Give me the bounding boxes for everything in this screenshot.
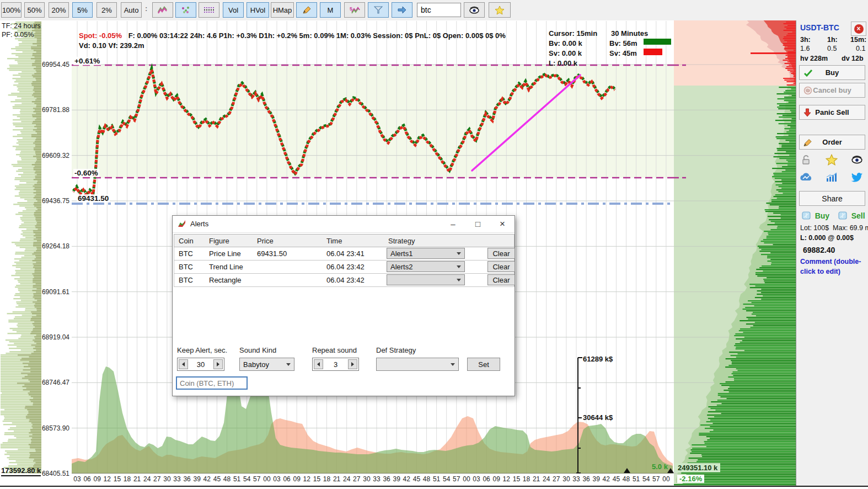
sound-kind-select[interactable]: Babytoy (239, 358, 294, 371)
alert-coin: BTC (179, 249, 193, 258)
line-chart-icon-button[interactable] (152, 2, 173, 18)
zoom-5-button[interactable]: 5% (72, 2, 93, 18)
status-line-2: Vd: 0.10 Vf: 239.2m (79, 41, 144, 50)
favorite-toggle[interactable] (825, 153, 838, 166)
repeat-sound-value[interactable]: 3 (324, 358, 347, 370)
time-axis-label: 21 (333, 475, 340, 483)
left-arrow-icon (317, 362, 320, 366)
profile-factor-label: PF: 0.05% (2, 31, 34, 39)
time-axis-label: 09 (493, 475, 500, 483)
time-axis-label: 30 (363, 475, 370, 483)
dotted-lines-icon-button[interactable] (199, 2, 219, 18)
hmap-button[interactable]: HMap (271, 2, 294, 18)
alert-coin: BTC (179, 276, 193, 284)
favorites-button[interactable] (489, 2, 511, 18)
def-strategy-select[interactable] (376, 358, 459, 371)
close-button[interactable]: × (490, 216, 515, 232)
alerts-table-header: Coin Figure Price Time Strategy (174, 234, 515, 247)
time-axis-label: 48 (223, 475, 231, 483)
alerts-dialog-titlebar[interactable]: Alerts – □ × (173, 216, 515, 233)
zoom-auto-button[interactable]: Auto (121, 2, 142, 18)
alert-strategy-select[interactable] (387, 274, 465, 285)
coin-filter-input[interactable] (176, 376, 248, 390)
price-axis-label: 69091.61 (42, 288, 69, 296)
symbol-search-input[interactable] (417, 3, 461, 17)
col-coin: Coin (179, 237, 194, 245)
watch-toggle[interactable] (850, 153, 864, 166)
chevron-down-icon (457, 265, 461, 268)
time-axis: 0306091215182124273033363942454851545700… (72, 474, 674, 486)
bar-chart-icon (826, 172, 838, 182)
order-button[interactable]: Order (799, 135, 865, 150)
cancel-buy-button[interactable]: Cancel buy (799, 83, 865, 98)
freeze-sell-button[interactable]: Sell (838, 211, 865, 220)
time-axis-label: 15 (513, 475, 520, 483)
alerts-dialog[interactable]: Alerts – □ × Coin Figure Price Time Stra… (172, 215, 515, 396)
zigzag-icon (158, 6, 168, 14)
vol-button[interactable]: Vol (223, 2, 244, 18)
alert-clear-button[interactable]: Clear (487, 274, 515, 285)
alert-table-row[interactable]: BTCTrend Line06.04 23:42Alerts2Clear (174, 261, 515, 274)
stats-chart-button[interactable] (825, 171, 838, 184)
time-axis-label: 57 (453, 475, 460, 483)
spinner-increment-button[interactable] (348, 359, 357, 369)
col-price: Price (257, 237, 274, 245)
time-axis-label: 21 (533, 475, 540, 483)
indicator-5-icon-button[interactable]: 5 (344, 2, 365, 18)
keep-alert-value[interactable]: 30 (189, 358, 213, 370)
twitter-share-button[interactable] (850, 171, 864, 184)
repeat-sound-spinner: 3 (312, 358, 359, 371)
ice-cube-icon (802, 211, 811, 220)
set-button[interactable]: Set (467, 358, 500, 371)
spinner-increment-button[interactable] (213, 359, 223, 369)
alert-time: 06.04 23:42 (326, 276, 365, 284)
app-logo-icon (178, 220, 186, 228)
watch-eye-button[interactable] (464, 2, 485, 18)
time-axis-label: 12 (104, 475, 111, 483)
five-zigzag-icon: 5 (349, 6, 360, 14)
share-button[interactable]: Share (799, 191, 865, 206)
alert-clear-button[interactable]: Clear (487, 261, 515, 272)
alert-table-row[interactable]: BTCPrice Line69431.5006.04 23:41Alerts1C… (174, 247, 515, 261)
price-axis-label: 68746.47 (42, 379, 69, 386)
panic-sell-button[interactable]: Panic Sell (799, 105, 865, 120)
alert-strategy-select[interactable]: Alerts1 (387, 248, 465, 259)
tf-1h-value: 0.5 (827, 45, 837, 52)
filter-button[interactable] (368, 2, 389, 18)
buy-button[interactable]: Buy (799, 65, 865, 80)
pencil-icon (803, 138, 812, 146)
star-icon (495, 6, 505, 15)
scatter-dots-icon (181, 6, 191, 14)
zoom-2-button[interactable]: 2% (97, 2, 117, 18)
lock-toggle[interactable] (800, 153, 813, 166)
cloud-share-button[interactable] (800, 171, 813, 184)
spinner-decrement-button[interactable] (314, 359, 323, 369)
repeat-sound-label: Repeat sound (312, 346, 357, 354)
minimize-button[interactable]: – (441, 216, 465, 232)
spinner-decrement-button[interactable] (179, 359, 188, 369)
time-axis-label: 12 (503, 475, 510, 483)
draw-pencil-button[interactable] (296, 2, 317, 18)
go-arrow-button[interactable] (392, 2, 412, 18)
zoom-100-button[interactable]: 100% (1, 2, 22, 18)
lower-band-label: -0.60% (73, 169, 99, 177)
hvol-button[interactable]: HVol (247, 2, 269, 18)
depth-total-badge: 249351.10 k (675, 463, 720, 472)
freeze-buy-button[interactable]: Buy (802, 211, 829, 220)
close-panel-button[interactable]: × (851, 22, 866, 36)
alert-strategy-select[interactable]: Alerts2 (387, 261, 465, 272)
zoom-20-button[interactable]: 20% (49, 2, 69, 18)
alert-table-row[interactable]: BTCRectangle06.04 23:42Clear (174, 274, 515, 287)
cursor-sell-volume: Sv: 0.00 k (549, 49, 582, 57)
maximize-button[interactable]: □ (465, 216, 490, 232)
tf-3h-label: 3h: (800, 36, 811, 44)
time-axis-label: 48 (623, 475, 630, 483)
comment-field[interactable]: Comment (double-click to edit) (800, 257, 865, 277)
m-button[interactable]: M (320, 2, 341, 18)
zoom-50-button[interactable]: 50% (24, 2, 45, 18)
eye-icon (851, 155, 863, 164)
time-axis-label: 09 (94, 475, 101, 483)
scatter-icon-button[interactable] (175, 2, 196, 18)
alert-clear-button[interactable]: Clear (487, 248, 515, 259)
time-axis-label: 54 (243, 475, 250, 483)
